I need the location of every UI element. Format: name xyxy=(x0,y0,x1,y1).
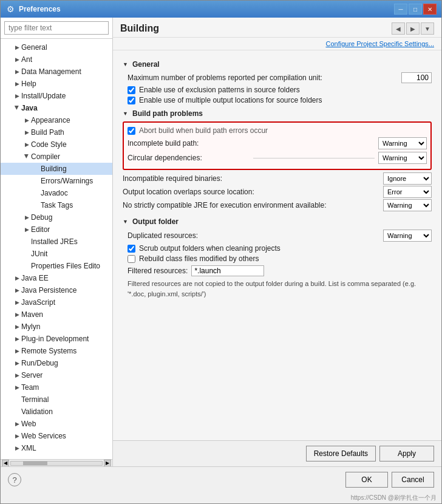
sidebar-item-web[interactable]: ▶ Web xyxy=(1,418,112,430)
output-overlaps-dropdown[interactable]: Ignore Warning Error xyxy=(383,186,432,198)
sidebar-item-java-ee[interactable]: ▶ Java EE xyxy=(1,272,112,284)
sidebar-item-java-persistence[interactable]: ▶ Java Persistence xyxy=(1,284,112,296)
minimize-button[interactable]: ─ xyxy=(394,4,407,15)
cancel-button[interactable]: Cancel xyxy=(392,472,434,488)
arrow-icon: ▶ xyxy=(22,213,31,222)
abort-row: Abort build when build path errors occur xyxy=(127,126,427,135)
help-button[interactable]: ? xyxy=(8,473,21,486)
preferences-window: ⚙ Preferences ─ □ ✕ ▶ General ▶ xyxy=(0,0,442,504)
sidebar-item-team[interactable]: ▶ Team xyxy=(1,381,112,393)
section-collapse-icon[interactable]: ▼ xyxy=(123,110,130,117)
exclusion-patterns-checkbox[interactable] xyxy=(127,86,135,94)
section-collapse-icon[interactable]: ▼ xyxy=(123,218,130,225)
sidebar-item-javadoc[interactable]: ▶ Javadoc xyxy=(1,187,112,199)
duplicated-resources-label: Duplicated resources: xyxy=(127,231,383,240)
duplicated-resources-dropdown[interactable]: Ignore Warning Error xyxy=(383,230,432,242)
maximize-button[interactable]: □ xyxy=(409,4,422,15)
sidebar-item-xml[interactable]: ▶ XML xyxy=(1,442,112,454)
duplicated-resources-row: Duplicated resources: Ignore Warning Err… xyxy=(123,230,432,242)
back-button[interactable]: ◀ xyxy=(392,22,405,35)
sidebar-item-remote-systems[interactable]: ▶ Remote Systems xyxy=(1,345,112,357)
arrow-icon: ▶ xyxy=(13,55,21,64)
scrub-output-row: Scrub output folders when cleaning proje… xyxy=(123,244,432,253)
filtered-resources-label: Filtered resources: xyxy=(127,267,188,275)
abort-checkbox[interactable] xyxy=(127,127,135,135)
sidebar-item-help[interactable]: ▶ Help xyxy=(1,78,112,90)
exclusion-patterns-row: Enable use of exclusion patterns in sour… xyxy=(123,86,432,94)
sidebar-item-building[interactable]: ▶ Building xyxy=(1,163,112,175)
sidebar-scrollbar: ◀ ▶ xyxy=(1,459,112,466)
forward-button[interactable]: ▶ xyxy=(406,22,420,35)
sidebar-item-run-debug[interactable]: ▶ Run/Debug xyxy=(1,357,112,369)
sidebar-item-mylyn[interactable]: ▶ Mylyn xyxy=(1,321,112,333)
exclusion-patterns-label: Enable use of exclusion patterns in sour… xyxy=(139,86,300,94)
page-title: Building xyxy=(120,23,159,34)
ok-button[interactable]: OK xyxy=(345,472,388,488)
sidebar-item-maven[interactable]: ▶ Maven xyxy=(1,308,112,321)
scroll-left-btn[interactable]: ◀ xyxy=(2,460,9,467)
sidebar-item-ant[interactable]: ▶ Ant xyxy=(1,53,112,66)
sidebar-item-data-management[interactable]: ▶ Data Management xyxy=(1,66,112,78)
arrow-icon: ▶ xyxy=(22,225,31,234)
no-jre-dropdown[interactable]: Ignore Warning Error xyxy=(383,199,432,211)
arrow-icon: ▶ xyxy=(13,335,21,343)
sidebar-item-editor[interactable]: ▶ Editor xyxy=(1,223,112,236)
multiple-output-checkbox[interactable] xyxy=(127,97,135,104)
incomplete-build-path-row: Incomplete build path: Ignore Warning Er… xyxy=(127,137,427,149)
scrub-output-label: Scrub output folders when cleaning proje… xyxy=(139,244,280,253)
sidebar-item-compiler[interactable]: ▶ Compiler xyxy=(1,151,112,163)
sidebar-item-install-update[interactable]: ▶ Install/Update xyxy=(1,90,112,102)
arrow-icon: ▶ xyxy=(13,274,21,282)
arrow-icon: ▶ xyxy=(13,322,21,331)
circular-deps-label: Circular dependencies: xyxy=(127,154,250,162)
arrow-icon: ▶ xyxy=(13,420,21,428)
sidebar-item-general[interactable]: ▶ General xyxy=(1,41,112,53)
arrow-icon: ▶ xyxy=(13,67,21,76)
circular-deps-row: Circular dependencies: Ignore Warning Er… xyxy=(127,152,427,164)
search-input[interactable] xyxy=(4,21,109,35)
incompatible-binaries-dropdown[interactable]: Ignore Warning Error xyxy=(383,172,432,185)
scrub-output-checkbox[interactable] xyxy=(127,245,135,253)
configure-link[interactable]: Configure Project Specific Settings... xyxy=(113,38,441,50)
sidebar-item-debug[interactable]: ▶ Debug xyxy=(1,211,112,223)
main-content: Building ◀ ▶ ▼ Configure Project Specifi… xyxy=(113,18,441,466)
max-problems-input[interactable] xyxy=(401,72,432,83)
sidebar-item-terminal[interactable]: ▶ Terminal xyxy=(1,393,112,406)
sidebar-item-code-style[interactable]: ▶ Code Style xyxy=(1,138,112,151)
scroll-track[interactable] xyxy=(10,461,103,466)
arrow-icon: ▶ xyxy=(13,286,21,295)
tree: ▶ General ▶ Ant ▶ Data Management ▶ Help xyxy=(1,39,112,459)
restore-defaults-button[interactable]: Restore Defaults xyxy=(306,446,376,461)
arrow-icon: ▶ xyxy=(22,116,31,124)
apply-button[interactable]: Apply xyxy=(379,446,434,461)
sidebar-item-build-path[interactable]: ▶ Build Path xyxy=(1,126,112,138)
sidebar-item-installed-jres[interactable]: ▶ Installed JREs xyxy=(1,236,112,248)
rebuild-class-files-checkbox[interactable] xyxy=(127,255,135,263)
search-box xyxy=(1,18,112,39)
circular-deps-dropdown[interactable]: Ignore Warning Error xyxy=(378,152,427,164)
scroll-right-btn[interactable]: ▶ xyxy=(104,460,111,467)
sidebar-item-plugin-development[interactable]: ▶ Plug-in Development xyxy=(1,333,112,345)
incomplete-build-path-dropdown[interactable]: Ignore Warning Error xyxy=(378,137,427,149)
close-button[interactable]: ✕ xyxy=(423,4,437,15)
footer-buttons: OK Cancel xyxy=(345,472,434,488)
section-collapse-icon[interactable]: ▼ xyxy=(123,61,130,68)
sidebar-item-errors-warnings[interactable]: ▶ Errors/Warnings xyxy=(1,175,112,187)
nav-buttons: ◀ ▶ ▼ xyxy=(392,22,434,35)
sidebar-item-properties-files[interactable]: ▶ Properties Files Edito xyxy=(1,260,112,272)
sidebar-item-java[interactable]: ▶ Java xyxy=(1,102,112,114)
sidebar-item-validation[interactable]: ▶ Validation xyxy=(1,406,112,418)
dropdown-button[interactable]: ▼ xyxy=(421,22,434,35)
sidebar-item-web-services[interactable]: ▶ Web Services xyxy=(1,430,112,442)
rebuild-class-files-label: Rebuild class files modified by others xyxy=(139,254,259,263)
sidebar-item-server[interactable]: ▶ Server xyxy=(1,369,112,381)
sidebar-item-appearance[interactable]: ▶ Appearance xyxy=(1,114,112,126)
sidebar-item-task-tags[interactable]: ▶ Task Tags xyxy=(1,199,112,211)
scroll-thumb[interactable] xyxy=(23,461,47,465)
arrow-icon: ▶ xyxy=(13,92,21,100)
max-problems-row: Maximum number of problems reported per … xyxy=(123,72,432,83)
sidebar-item-javascript[interactable]: ▶ JavaScript xyxy=(1,296,112,308)
sidebar-item-junit[interactable]: ▶ JUnit xyxy=(1,248,112,260)
filtered-resources-input[interactable] xyxy=(191,265,264,276)
arrow-icon: ▶ xyxy=(13,432,21,440)
